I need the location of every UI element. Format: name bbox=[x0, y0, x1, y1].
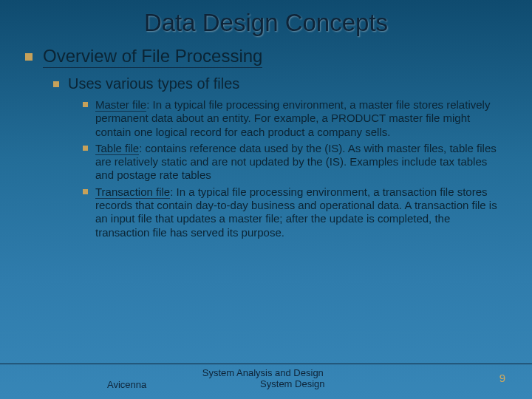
footer: Avicenna System Analysis and Design Syst… bbox=[0, 364, 532, 390]
list-item-text: Table file: contains reference data used… bbox=[95, 142, 507, 183]
square-bullet-icon bbox=[83, 189, 88, 194]
list-item-text: Transaction file: In a typical file proc… bbox=[95, 185, 507, 239]
list-item: Transaction file: In a typical file proc… bbox=[83, 185, 507, 239]
content-area: Overview of File Processing Uses various… bbox=[0, 37, 532, 239]
square-bullet-icon bbox=[83, 146, 88, 151]
slide-title: Data Design Concepts bbox=[0, 0, 532, 37]
list-item: Master file: In a typical file processin… bbox=[83, 98, 507, 139]
term-label: Table file bbox=[95, 142, 139, 155]
level1-item: Overview of File Processing bbox=[25, 46, 507, 68]
square-bullet-icon bbox=[83, 102, 88, 107]
page-number: 9 bbox=[499, 367, 505, 384]
subheading: Uses various types of files bbox=[68, 75, 239, 92]
term-body: : contains reference data used by the (I… bbox=[95, 142, 497, 182]
term-body: : In a typical file processing environme… bbox=[95, 98, 490, 138]
term-label: Master file bbox=[95, 98, 146, 112]
term-label: Transaction file bbox=[95, 185, 170, 199]
list-item-text: Master file: In a typical file processin… bbox=[95, 98, 507, 139]
list-item: Table file: contains reference data used… bbox=[83, 142, 507, 183]
level3-list: Master file: In a typical file processin… bbox=[83, 98, 507, 239]
footer-line1: System Analysis and Design bbox=[27, 367, 499, 379]
footer-line2: System Design bbox=[27, 378, 499, 390]
square-bullet-icon bbox=[25, 53, 33, 61]
level2-item: Uses various types of files bbox=[53, 75, 507, 92]
square-bullet-icon bbox=[53, 81, 59, 87]
section-heading: Overview of File Processing bbox=[43, 46, 262, 68]
footer-left: Avicenna bbox=[107, 379, 146, 390]
footer-center: System Analysis and Design System Design bbox=[27, 367, 499, 390]
